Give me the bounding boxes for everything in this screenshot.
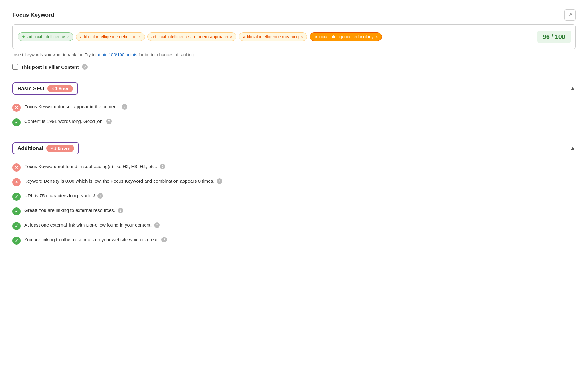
success-icon-circle: ✓ [12, 207, 21, 215]
basic-seo-box: Basic SEO × 1 Error [12, 82, 78, 95]
additional-title-area: Additional × 2 Errors [12, 142, 79, 154]
check-text: Focus Keyword doesn't appear in the cont… [24, 103, 127, 111]
hint-text: Insert keywords you want to rank for. Tr… [12, 52, 576, 57]
success-icon-circle: ✓ [12, 118, 21, 126]
success-symbol: ✓ [15, 195, 18, 199]
additional-section: Additional × 2 Errors ▲ ✕ Focus Keyword … [12, 142, 576, 248]
keyword-tag-2[interactable]: artificial intelligence definition × [76, 32, 145, 41]
success-symbol: ✓ [15, 209, 18, 214]
check-help-icon[interactable]: ? [160, 164, 165, 169]
basic-seo-error-badge: × 1 Error [47, 85, 73, 92]
success-symbol: ✓ [15, 238, 18, 243]
remove-tag-icon[interactable]: × [138, 35, 141, 39]
success-icon-circle: ✓ [12, 222, 21, 230]
error-symbol: ✕ [15, 165, 18, 170]
remove-tag-icon[interactable]: × [67, 35, 69, 39]
basic-seo-title-area: Basic SEO × 1 Error [12, 82, 78, 95]
success-icon-circle: ✓ [12, 193, 21, 201]
keyword-tag-label: artificial intelligence [27, 34, 65, 39]
keyword-tag-label: artificial intelligence meaning [243, 34, 299, 39]
additional-header: Additional × 2 Errors ▲ [12, 142, 576, 154]
trend-chart-button[interactable]: ↗ [564, 9, 576, 21]
additional-error-badge: × 2 Errors [46, 145, 74, 152]
check-text: Content is 1991 words long. Good job! ? [24, 118, 112, 125]
additional-check-2: ✕ Keyword Density is 0.00 which is low, … [12, 175, 576, 189]
keyword-tag-5[interactable]: artificial intelligence technology × [310, 32, 382, 41]
check-message: At least one external link with DoFollow… [24, 222, 152, 229]
error-icon-circle: ✕ [12, 178, 21, 186]
additional-title: Additional [17, 145, 43, 152]
check-text: URL is 75 characters long. Kudos! ? [24, 192, 103, 200]
check-help-icon[interactable]: ? [217, 178, 222, 184]
additional-check-4: ✓ Great! You are linking to external res… [12, 204, 576, 219]
keyword-tag-primary[interactable]: ★ artificial intelligence × [18, 32, 74, 41]
attain-points-link[interactable]: attain 100/100 points [97, 52, 137, 57]
success-symbol: ✓ [15, 224, 18, 228]
basic-seo-check-1: ✕ Focus Keyword doesn't appear in the co… [12, 100, 576, 115]
keyword-score-badge: 96 / 100 [537, 31, 571, 43]
divider-1 [12, 76, 576, 76]
additional-check-6: ✓ You are linking to other resources on … [12, 233, 576, 248]
divider-2 [12, 136, 576, 136]
check-message: Content is 1991 words long. Good job! [24, 118, 104, 125]
basic-seo-section: Basic SEO × 1 Error ▲ ✕ Focus Keyword do… [12, 82, 576, 129]
check-help-icon[interactable]: ? [122, 104, 127, 110]
star-icon: ★ [22, 35, 26, 39]
additional-check-3: ✓ URL is 75 characters long. Kudos! ? [12, 189, 576, 204]
pillar-help-icon[interactable]: ? [82, 64, 88, 70]
trend-chart-icon: ↗ [568, 12, 572, 18]
basic-seo-collapse-button[interactable]: ▲ [570, 85, 576, 92]
error-badge-label: × 1 Error [52, 86, 69, 91]
check-message: Keyword Density is 0.00 which is low, th… [24, 178, 214, 185]
pillar-content-checkbox[interactable] [12, 64, 18, 70]
check-message: Great! You are linking to external resou… [24, 207, 115, 214]
basic-seo-check-2: ✓ Content is 1991 words long. Good job! … [12, 115, 576, 129]
additional-box: Additional × 2 Errors [12, 142, 79, 154]
check-message: Focus Keyword doesn't appear in the cont… [24, 103, 119, 111]
success-symbol: ✓ [15, 120, 18, 125]
additional-check-5: ✓ At least one external link with DoFoll… [12, 219, 576, 233]
check-text: You are linking to other resources on yo… [24, 236, 167, 243]
keyword-tag-4[interactable]: artificial intelligence meaning × [239, 32, 307, 41]
remove-tag-icon[interactable]: × [230, 35, 233, 39]
check-text: Focus Keyword not found in subheading(s)… [24, 163, 165, 170]
check-message: Focus Keyword not found in subheading(s)… [24, 163, 157, 170]
error-symbol: ✕ [15, 180, 18, 184]
keyword-input-box[interactable]: ★ artificial intelligence × artificial i… [12, 24, 576, 49]
error-symbol: ✕ [15, 106, 18, 110]
basic-seo-checks: ✕ Focus Keyword doesn't appear in the co… [12, 100, 576, 129]
pillar-content-row: This post is Pillar Content ? [12, 64, 576, 70]
additional-error-badge-label: × 2 Errors [51, 146, 70, 151]
keyword-tag-label: artificial intelligence a modern approac… [151, 34, 228, 39]
additional-check-1: ✕ Focus Keyword not found in subheading(… [12, 160, 576, 175]
additional-checks: ✕ Focus Keyword not found in subheading(… [12, 160, 576, 248]
check-help-icon[interactable]: ? [118, 208, 123, 213]
basic-seo-header: Basic SEO × 1 Error ▲ [12, 82, 576, 95]
focus-keyword-section: Focus Keyword ↗ ★ artificial intelligenc… [12, 9, 576, 70]
remove-tag-icon[interactable]: × [376, 35, 378, 39]
remove-tag-icon[interactable]: × [301, 35, 303, 39]
additional-collapse-button[interactable]: ▲ [570, 145, 576, 152]
check-message: URL is 75 characters long. Kudos! [24, 192, 95, 200]
keyword-tag-label: artificial intelligence definition [80, 34, 136, 39]
check-help-icon[interactable]: ? [106, 119, 112, 124]
check-message: You are linking to other resources on yo… [24, 236, 159, 243]
pillar-content-label: This post is Pillar Content [21, 64, 79, 70]
keyword-tag-label: artificial intelligence technology [314, 34, 374, 39]
check-help-icon[interactable]: ? [161, 237, 167, 242]
check-help-icon[interactable]: ? [97, 193, 103, 199]
error-icon-circle: ✕ [12, 104, 21, 112]
check-text: Keyword Density is 0.00 which is low, th… [24, 178, 222, 185]
check-text: Great! You are linking to external resou… [24, 207, 123, 214]
success-icon-circle: ✓ [12, 237, 21, 245]
check-help-icon[interactable]: ? [154, 222, 160, 228]
focus-keyword-header: Focus Keyword ↗ [12, 9, 576, 21]
check-text: At least one external link with DoFollow… [24, 222, 160, 229]
basic-seo-title: Basic SEO [17, 86, 44, 92]
error-icon-circle: ✕ [12, 163, 21, 172]
keyword-tag-3[interactable]: artificial intelligence a modern approac… [147, 32, 236, 41]
focus-keyword-title: Focus Keyword [12, 12, 54, 18]
